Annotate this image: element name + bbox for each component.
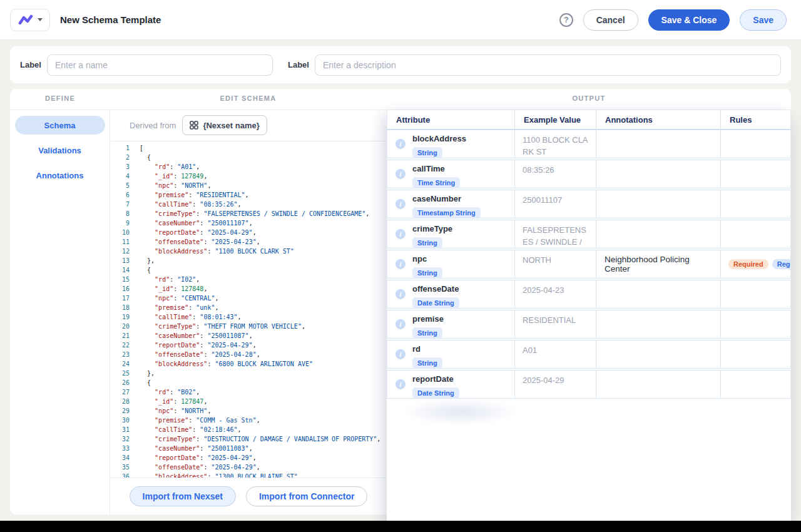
example-value-cell: 2025-04-29 — [515, 371, 596, 398]
rules-cell — [721, 310, 790, 338]
attribute-name: crimeType — [412, 224, 452, 233]
code-text: "crimeType": "FALSEPRETENSES / SWINDLE /… — [140, 209, 369, 218]
code-line[interactable]: 26 { — [111, 378, 386, 387]
line-number: 34 — [111, 453, 130, 463]
line-number: 11 — [111, 237, 130, 247]
sidebar-item-annotations[interactable]: Annotations — [15, 166, 105, 185]
code-line[interactable]: 2 { — [111, 153, 386, 162]
code-line[interactable]: 27 "rd": "B02", — [111, 387, 386, 397]
code-line[interactable]: 33 "caseNumber": "250011083", — [111, 444, 386, 453]
info-icon[interactable]: i — [395, 319, 406, 329]
line-number: 30 — [111, 416, 130, 425]
table-row-reportDate: ireportDateDate String2025-04-29 — [387, 370, 791, 399]
annotations-cell — [596, 310, 721, 338]
help-icon[interactable]: ? — [559, 13, 573, 27]
output-table-header: Attribute Example Value Annotations Rule… — [387, 110, 791, 130]
code-line[interactable]: 9 "caseNumber": "250011107", — [111, 218, 386, 228]
name-input[interactable] — [47, 54, 273, 76]
code-line[interactable]: 32 "crimeType": "DESTRUCTION / DAMAGE / … — [111, 434, 386, 444]
code-line[interactable]: 8 "crimeType": "FALSEPRETENSES / SWINDLE… — [111, 209, 386, 218]
line-number: 5 — [111, 181, 130, 190]
code-line[interactable]: 20 "crimeType": "THEFT FROM MOTOR VEHICL… — [111, 322, 386, 331]
code-text: "npc": "CENTRAL", — [140, 294, 218, 303]
rules-cell — [721, 340, 790, 368]
code-text: "crimeType": "THEFT FROM MOTOR VEHICLE", — [140, 322, 305, 331]
json-code-editor[interactable]: 1[2 {3 "rd": "A01",4 "_id": 127849,5 "np… — [111, 141, 386, 478]
line-number: 28 — [111, 397, 130, 406]
code-text: "blockAddress": "1100 BLOCK CLARK ST" — [140, 247, 294, 256]
column-header-annotations: Annotations — [596, 110, 721, 129]
code-line[interactable]: 3 "rd": "A01", — [111, 162, 386, 171]
code-line[interactable]: 13 }, — [111, 256, 386, 265]
info-icon[interactable]: i — [395, 139, 406, 149]
column-header-rules: Rules — [721, 110, 790, 129]
info-icon[interactable]: i — [395, 229, 406, 239]
info-icon[interactable]: i — [395, 349, 406, 359]
code-line[interactable]: 29 "npc": "NORTH", — [111, 406, 386, 416]
section-header-band: DEFINE EDIT SCHEMA OUTPUT — [10, 89, 791, 110]
info-icon[interactable]: i — [395, 199, 406, 209]
example-value-cell: 250011107 — [515, 190, 596, 218]
top-bar: New Schema Template ? Cancel Save & Clos… — [0, 0, 801, 40]
code-line[interactable]: 17 "npc": "CENTRAL", — [111, 294, 386, 303]
code-line[interactable]: 34 "reportDate": "2025-04-29", — [111, 453, 386, 463]
output-table-panel: Attribute Example Value Annotations Rule… — [387, 110, 791, 521]
description-input[interactable] — [315, 54, 781, 76]
line-number: 3 — [111, 162, 130, 171]
line-number: 8 — [111, 209, 130, 218]
line-number: 20 — [111, 322, 130, 331]
code-line[interactable]: 35 "offenseDate": "2025-04-29", — [111, 463, 386, 472]
import-from-connector-button[interactable]: Import from Connector — [246, 486, 367, 506]
info-icon[interactable]: i — [395, 289, 406, 299]
code-line[interactable]: 16 "_id": 127848, — [111, 284, 386, 294]
example-value-cell: 1100 BLOCK CLARK ST — [515, 130, 596, 158]
code-line[interactable]: 11 "offenseDate": "2025-04-23", — [111, 237, 386, 247]
code-line[interactable]: 1[ — [111, 143, 386, 153]
code-line[interactable]: 25 }, — [111, 369, 386, 378]
info-icon[interactable]: i — [395, 169, 406, 179]
cancel-button[interactable]: Cancel — [583, 9, 638, 31]
code-line[interactable]: 28 "_id": 127847, — [111, 397, 386, 406]
line-number: 26 — [111, 378, 130, 387]
code-text: "offenseDate": "2025-04-29", — [140, 463, 260, 472]
type-badge: String — [412, 327, 442, 338]
code-line[interactable]: 7 "callTime": "08:35:26", — [111, 200, 386, 209]
info-icon[interactable]: i — [395, 259, 406, 269]
nexset-source-button[interactable]: {Nexset name} — [182, 115, 267, 135]
code-line[interactable]: 24 "blockAddress": "6800 BLOCK ARLINGTON… — [111, 359, 386, 369]
example-value-cell: NORTH — [515, 250, 596, 278]
code-line[interactable]: 4 "_id": 127849, — [111, 171, 386, 181]
code-line[interactable]: 18 "premise": "unk", — [111, 303, 386, 312]
code-line[interactable]: 15 "rd": "I02", — [111, 275, 386, 284]
code-line[interactable]: 5 "npc": "NORTH", — [111, 181, 386, 190]
annotations-cell — [596, 190, 721, 218]
code-line[interactable]: 19 "callTime": "08:01:43", — [111, 312, 386, 322]
code-line[interactable]: 14 { — [111, 265, 386, 275]
code-line[interactable]: 36 "blockAddress": "1300 BLOCK BLAINE ST… — [111, 472, 386, 478]
code-line[interactable]: 30 "premise": "COMM - Gas Stn", — [111, 416, 386, 425]
code-line[interactable]: 12 "blockAddress": "1100 BLOCK CLARK ST" — [111, 247, 386, 256]
code-text: "offenseDate": "2025-04-28", — [140, 350, 260, 359]
line-number: 10 — [111, 228, 130, 237]
info-icon[interactable]: i — [395, 379, 406, 389]
line-number: 36 — [111, 472, 130, 478]
app-logo-menu-button[interactable] — [10, 9, 50, 31]
sidebar-item-schema[interactable]: Schema — [15, 116, 105, 135]
code-line[interactable]: 31 "callTime": "02:18:46", — [111, 425, 386, 434]
code-text: "reportDate": "2025-04-29", — [140, 340, 257, 350]
sidebar-item-validations[interactable]: Validations — [15, 141, 105, 160]
code-line[interactable]: 23 "offenseDate": "2025-04-28", — [111, 350, 386, 359]
app-window: New Schema Template ? Cancel Save & Clos… — [0, 0, 801, 532]
import-from-nexset-button[interactable]: Import from Nexset — [130, 486, 236, 506]
attribute-name: offenseDate — [412, 284, 459, 294]
code-line[interactable]: 21 "caseNumber": "250011087", — [111, 331, 386, 340]
save-button[interactable]: Save — [740, 9, 787, 31]
section-title-define: DEFINE — [10, 95, 110, 102]
code-line[interactable]: 10 "reportDate": "2025-04-29", — [111, 228, 386, 237]
save-and-close-button[interactable]: Save & Close — [648, 9, 730, 31]
code-line[interactable]: 6 "premise": "RESIDENTIAL", — [111, 190, 386, 200]
line-number: 22 — [111, 340, 130, 350]
example-value-cell: RESIDENTIAL — [515, 310, 596, 338]
code-line[interactable]: 22 "reportDate": "2025-04-29", — [111, 340, 386, 350]
type-badge: Date String — [412, 387, 459, 398]
